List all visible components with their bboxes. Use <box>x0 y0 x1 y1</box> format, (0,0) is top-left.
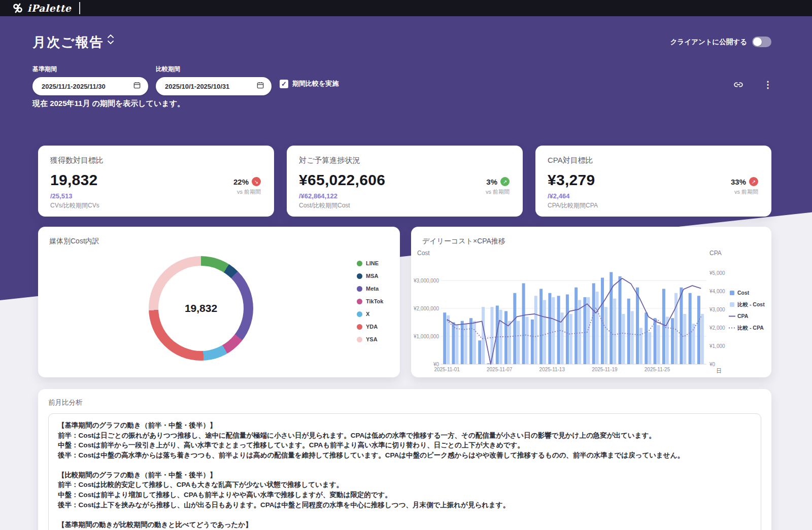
legend-item-line[interactable]: LINE <box>357 260 383 266</box>
kpi-delta: 22% <box>233 178 249 186</box>
kpi-card-cv: 獲得数対目標比 19,832 /25,513 CVs/比較期間CVs 22% ↘… <box>38 146 274 217</box>
svg-text:¥1,000: ¥1,000 <box>709 343 725 349</box>
legend-label: TikTok <box>366 298 383 304</box>
svg-text:CPA: CPA <box>737 313 749 319</box>
donut-hole: 19,832 <box>158 266 244 351</box>
trend-arrow-badge: ↗ <box>500 177 510 186</box>
svg-text:Cost: Cost <box>737 290 750 296</box>
donut-center-value: 19,832 <box>185 302 217 314</box>
base-period-label: 基準期間 <box>32 65 148 74</box>
legend-item-meta[interactable]: Meta <box>357 286 383 292</box>
kpi-title: 対ご予算進捗状況 <box>299 156 511 165</box>
kpi-vs-label: vs 前期間 <box>731 188 758 196</box>
base-period-value: 2025/11/1-2025/11/30 <box>42 83 106 90</box>
svg-text:¥3,000: ¥3,000 <box>709 307 725 312</box>
daily-cost-cpa-chart[interactable]: ¥0¥1,000,000¥2,000,000¥3,000,000¥0¥1,000… <box>411 245 771 377</box>
svg-text:比較 - Cost: 比較 - Cost <box>737 301 765 307</box>
legend-dot <box>357 261 362 266</box>
legend-label: YDA <box>366 324 378 330</box>
kpi-vs-label: vs 前期間 <box>233 188 261 196</box>
trend-arrow-badge: ↘ <box>252 177 261 186</box>
compare-period-label: 比較期間 <box>156 65 272 74</box>
chevron-up-icon <box>108 34 114 38</box>
svg-text:¥0: ¥0 <box>709 362 716 367</box>
legend-item-ysa[interactable]: YSA <box>357 336 383 342</box>
svg-text:¥4,000: ¥4,000 <box>709 289 725 294</box>
analysis-text: 【基準期間のグラフの動き（前半・中盤・後半）】 前半：Costは日ごとの振れがあ… <box>58 420 752 530</box>
toggle-knob <box>753 38 762 46</box>
svg-text:¥1,000,000: ¥1,000,000 <box>413 334 439 339</box>
svg-text:2025-11-13: 2025-11-13 <box>539 367 565 372</box>
media-cost-breakdown-card: 媒体別Cost内訳 19,832 LINEMSAMetaTikTokXYDAYS… <box>38 227 400 377</box>
publish-toggle-label: クライアントに公開する <box>670 38 747 47</box>
kpi-target: /¥2,464 <box>548 192 759 200</box>
svg-text:¥2,000: ¥2,000 <box>709 325 725 331</box>
svg-text:日: 日 <box>716 368 722 374</box>
svg-text:¥0: ¥0 <box>433 362 439 367</box>
period-compare-control: ✓ 期間比較を実施 <box>280 79 339 88</box>
top-app-bar: iPalette <box>0 0 812 16</box>
legend-label: LINE <box>366 260 379 266</box>
legend-dot <box>357 286 362 292</box>
kpi-sublabel: CVs/比較期間CVs <box>50 201 262 210</box>
legend-item-msa[interactable]: MSA <box>357 273 383 279</box>
legend-dot <box>357 311 362 317</box>
legend-label: Meta <box>366 286 379 292</box>
legend-label: X <box>366 311 369 317</box>
kpi-value: ¥3,279 <box>548 171 759 189</box>
legend-dot <box>357 337 362 342</box>
kpi-target: /25,513 <box>50 192 262 200</box>
trend-arrow-badge: ↗ <box>749 177 758 186</box>
svg-text:2025-11-01: 2025-11-01 <box>434 367 460 372</box>
period-compare-checkbox[interactable]: ✓ <box>280 80 288 88</box>
publish-control: クライアントに公開する <box>670 37 771 47</box>
share-link-button[interactable] <box>733 79 744 90</box>
current-period-status: 現在 2025年11月 の期間を表示しています。 <box>32 99 185 109</box>
svg-text:2025-11-19: 2025-11-19 <box>592 367 618 372</box>
media-cost-donut-chart[interactable]: 19,832 <box>149 256 253 361</box>
legend-item-tiktok[interactable]: TikTok <box>357 298 383 304</box>
kpi-card-budget: 対ご予算進捗状況 ¥65,022,606 /¥62,864,122 Cost/比… <box>287 146 523 217</box>
kpi-sublabel: Cost/比較期間Cost <box>299 201 511 210</box>
compare-period-input[interactable]: 2025/10/1-2025/10/31 <box>156 77 272 95</box>
kpi-value: ¥65,022,606 <box>299 171 511 189</box>
kpi-value: 19,832 <box>50 171 262 189</box>
svg-text:¥2,000,000: ¥2,000,000 <box>413 306 439 311</box>
link-icon <box>733 79 744 90</box>
legend-dot <box>357 299 362 304</box>
svg-text:2025-11-25: 2025-11-25 <box>645 367 670 372</box>
legend-item-yda[interactable]: YDA <box>357 324 383 330</box>
legend-dot <box>357 324 362 330</box>
svg-text:¥5,000: ¥5,000 <box>709 270 725 276</box>
kpi-title: 獲得数対目標比 <box>50 156 262 165</box>
analysis-box[interactable]: 【基準期間のグラフの動き（前半・中盤・後半）】 前半：Costは日ごとの振れがあ… <box>48 413 761 530</box>
legend-dot <box>357 273 362 279</box>
base-period-input[interactable]: 2025/11/1-2025/11/30 <box>32 77 148 95</box>
kpi-card-cpa: CPA対目標比 ¥3,279 /¥2,464 CPA/比較期間CPA 33% ↗… <box>535 146 771 217</box>
more-menu-button[interactable]: ⋮ <box>763 80 772 89</box>
topbar-divider <box>79 2 80 14</box>
month-over-month-analysis-card: 前月比分析 【基準期間のグラフの動き（前半・中盤・後半）】 前半：Costは日ご… <box>38 389 771 530</box>
ipalette-logo-icon <box>12 3 23 14</box>
calendar-icon <box>133 81 141 91</box>
legend-label: YSA <box>366 336 378 342</box>
analysis-title: 前月比分析 <box>48 398 761 407</box>
legend-item-x[interactable]: X <box>357 311 383 317</box>
kpi-sublabel: CPA/比較期間CPA <box>548 201 759 210</box>
donut-legend: LINEMSAMetaTikTokXYDAYSA <box>357 260 383 342</box>
svg-text:CPA: CPA <box>709 250 722 257</box>
daily-cost-cpa-card: デイリーコスト×CPA推移 ¥0¥1,000,000¥2,000,000¥3,0… <box>411 227 771 377</box>
svg-text:比較 - CPA: 比較 - CPA <box>737 325 764 331</box>
svg-text:¥3,000,000: ¥3,000,000 <box>413 278 439 284</box>
page-title: 月次ご報告 <box>32 33 104 51</box>
donut-chart-title: 媒体別Cost内訳 <box>49 237 99 246</box>
kpi-delta: 3% <box>486 178 497 186</box>
legend-label: MSA <box>366 273 378 279</box>
kpi-target: /¥62,864,122 <box>299 192 511 200</box>
kpi-row: 獲得数対目標比 19,832 /25,513 CVs/比較期間CVs 22% ↘… <box>38 146 771 217</box>
report-selector-chevrons[interactable] <box>108 34 114 44</box>
kpi-vs-label: vs 前期間 <box>486 188 510 196</box>
publish-toggle[interactable] <box>752 37 771 47</box>
chevron-down-icon <box>108 41 114 44</box>
compare-period-value: 2025/10/1-2025/10/31 <box>165 83 229 90</box>
